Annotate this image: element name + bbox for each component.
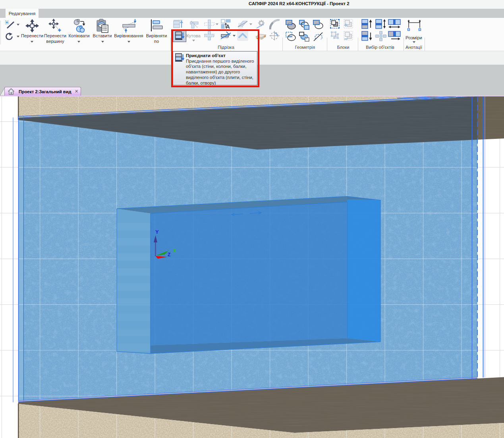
svg-text:X: X xyxy=(173,248,176,254)
svg-text:Y: Y xyxy=(155,229,159,235)
svg-text:Z: Z xyxy=(168,252,170,257)
